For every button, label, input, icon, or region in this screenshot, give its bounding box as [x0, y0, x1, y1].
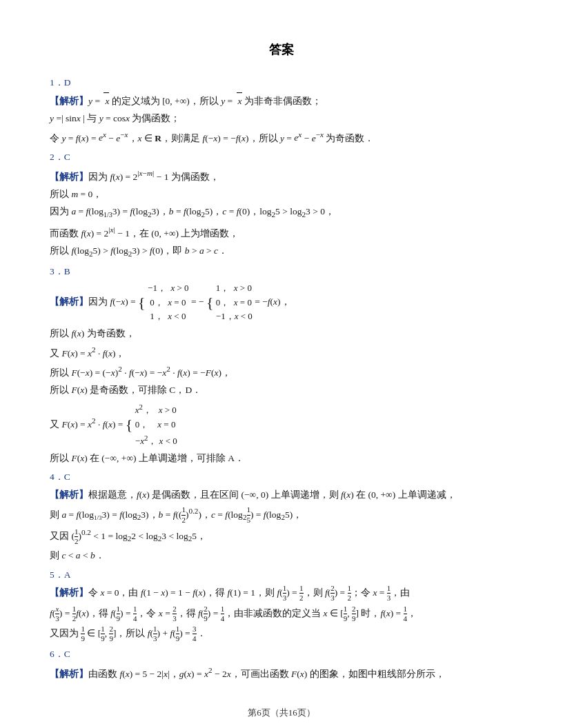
problem-5: 5．A 【解析】令 x = 0，由 f(1 − x) = 1 − f(x)，得 … [50, 567, 513, 644]
footer-text: 第6页（共16页） [248, 707, 315, 718]
page: 答案 1．D 【解析】y = x 的定义域为 [0, +∞)，所以 y = x … [0, 0, 563, 728]
p5-analysis-2: f(x3) = 12f(x)，得 f(19) = 14，令 x = 23，得 f… [50, 605, 513, 623]
p4-analysis-2: 则 a = f(log1/33) = f(log23)，b = f((12)0.… [50, 505, 513, 525]
p5-analysis-1: 【解析】令 x = 0，由 f(1 − x) = 1 − f(x)，得 f(1)… [50, 584, 513, 603]
p3-analysis-1: 【解析】因为 f(−x) = { −1， x > 0 0， x = 0 1， x… [50, 281, 513, 324]
p1-answer: 1．D [50, 74, 513, 91]
p4-analysis-4: 则 c < a < b． [50, 547, 513, 564]
p2-analysis-3: 因为 a = f(log1/33) = f(log23)，b = f(log25… [50, 203, 513, 221]
p2-answer: 2．C [50, 149, 513, 165]
p1-analysis-3: 令 y = f(x) = ex − e−x，x ∈ R，则满足 f(−x) = … [50, 128, 513, 146]
p4-analysis-1: 【解析】根据题意，f(x) 是偶函数，且在区间 (−∞, 0) 上单调递增，则 … [50, 487, 513, 503]
p3-analysis-4: 所以 F(−x) = (−x)2 · f(−x) = −x2 · f(x) = … [50, 363, 513, 381]
p4-analysis-3: 又因 (12)0.2 < 1 = log22 < log23 < log25， [50, 526, 513, 546]
content: 1．D 【解析】y = x 的定义域为 [0, +∞)，所以 y = x 为非奇… [50, 74, 513, 682]
problem-1: 1．D 【解析】y = x 的定义域为 [0, +∞)，所以 y = x 为非奇… [50, 74, 513, 146]
p1-analysis-1: 【解析】y = x 的定义域为 [0, +∞)，所以 y = x 为非奇非偶函数… [50, 92, 513, 110]
p3-analysis-6: 又 F(x) = x2 · f(x) = { x2， x > 0 0， x = … [50, 401, 513, 449]
page-footer: 第6页（共16页） [0, 707, 563, 719]
problem-2: 2．C 【解析】因为 f(x) = 2|x−m| − 1 为偶函数， 所以 m … [50, 149, 513, 261]
p3-answer: 3．B [50, 263, 513, 280]
problem-6: 6．C 【解析】由函数 f(x) = 5 − 2|x|，g(x) = x2 − … [50, 646, 513, 682]
p1-analysis-2: y =| sinx | 与 y = cosx 为偶函数； [50, 110, 513, 127]
p2-analysis-4: 而函数 f(x) = 2|x| − 1，在 (0, +∞) 上为增函数， [50, 223, 513, 241]
p6-answer: 6．C [50, 646, 513, 663]
p5-analysis-3: 又因为 19 ∈ [19, 29]，所以 f(13) + f(19) = 34． [50, 625, 513, 643]
p2-analysis-1: 【解析】因为 f(x) = 2|x−m| − 1 为偶函数， [50, 167, 513, 185]
p6-analysis-1: 【解析】由函数 f(x) = 5 − 2|x|，g(x) = x2 − 2x，可… [50, 664, 513, 682]
p3-analysis-2: 所以 f(x) 为奇函数， [50, 325, 513, 342]
p3-analysis-3: 又 F(x) = x2 · f(x)， [50, 343, 513, 361]
p2-analysis-5: 所以 f(log25) > f(log23) > f(0)，即 b > a > … [50, 243, 513, 261]
p2-analysis-2: 所以 m = 0， [50, 186, 513, 203]
p4-answer: 4．C [50, 469, 513, 485]
problem-3: 3．B 【解析】因为 f(−x) = { −1， x > 0 0， x = 0 … [50, 263, 513, 466]
problem-4: 4．C 【解析】根据题意，f(x) 是偶函数，且在区间 (−∞, 0) 上单调递… [50, 469, 513, 563]
page-title: 答案 [50, 41, 513, 58]
p3-analysis-7: 所以 F(x) 在 (−∞, +∞) 上单调递增，可排除 A． [50, 450, 513, 467]
p5-answer: 5．A [50, 567, 513, 583]
p3-analysis-5: 所以 F(x) 是奇函数，可排除 C，D． [50, 382, 513, 398]
